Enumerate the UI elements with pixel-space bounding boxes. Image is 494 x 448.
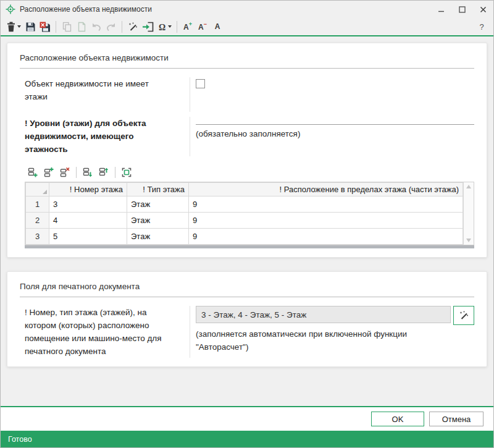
print-floors-field: (заполняется автоматически при включенно…	[190, 306, 474, 358]
status-text: Готово	[8, 435, 32, 444]
horizontal-scrollbar[interactable]	[25, 245, 474, 248]
levels-label: ! Уровни (этажи) для объекта недвижимост…	[25, 117, 190, 156]
omega-icon: Ω	[157, 22, 167, 32]
floor-number-cell[interactable]: 3	[49, 197, 127, 213]
copy-button[interactable]	[59, 19, 74, 34]
autofill-button[interactable]	[125, 19, 140, 34]
floor-type-cell[interactable]: Этаж	[127, 197, 189, 213]
delete-row-icon	[59, 167, 70, 178]
paste-button[interactable]	[74, 19, 89, 34]
ok-button[interactable]: OK	[371, 412, 424, 426]
save-button[interactable]	[23, 19, 38, 34]
corner-triangle-icon	[43, 190, 47, 194]
main-toolbar: Ω A+ A− A ?	[1, 18, 493, 35]
no-floors-field	[190, 77, 474, 112]
table-row[interactable]: 3 5 Этаж 9	[26, 229, 463, 245]
autocalc-button[interactable]	[453, 306, 474, 325]
transfer-arrow-icon	[142, 22, 154, 32]
grid-toolbar-separator	[115, 167, 115, 178]
move-row-up-button[interactable]	[96, 165, 112, 180]
floor-number-cell[interactable]: 5	[49, 229, 127, 245]
cancel-button[interactable]: Отмена	[429, 412, 484, 426]
move-row-down-icon	[82, 167, 93, 178]
location-panel: Расположение объекта недвижимости Объект…	[7, 43, 487, 258]
floor-type-cell[interactable]: Этаж	[127, 213, 189, 229]
dialog-window: Расположение объекта недвижимости	[0, 0, 494, 448]
row-number-cell[interactable]: 3	[26, 229, 49, 245]
toolbar-separator	[177, 21, 177, 33]
move-row-up-icon	[98, 167, 109, 178]
status-bar: Готово	[1, 431, 493, 447]
help-button[interactable]: ?	[475, 22, 488, 32]
table-header-row: ! Номер этажа ! Тип этажа ! Расположение…	[26, 183, 463, 197]
floor-location-cell[interactable]: 9	[189, 197, 463, 213]
scroll-down-icon[interactable]	[466, 239, 471, 242]
floor-location-cell[interactable]: 9	[189, 213, 463, 229]
table-row[interactable]: 1 3 Этаж 9	[26, 197, 463, 213]
table-corner-cell[interactable]	[26, 183, 49, 197]
insert-row-button[interactable]	[41, 165, 57, 180]
row-number-cell[interactable]: 2	[26, 213, 49, 229]
font-decrease-icon: A−	[198, 22, 207, 31]
floor-location-cell[interactable]: 9	[189, 229, 463, 245]
magic-wand-icon	[128, 22, 138, 32]
toolbar-separator	[122, 21, 122, 33]
undo-button[interactable]	[89, 19, 104, 34]
transfer-button[interactable]	[140, 19, 156, 34]
floors-table: ! Номер этажа ! Тип этажа ! Расположение…	[25, 182, 463, 245]
redo-icon	[106, 22, 117, 32]
insert-row-icon	[43, 167, 54, 178]
undo-icon	[91, 22, 102, 32]
close-button[interactable]	[472, 1, 493, 18]
column-header-floor-type[interactable]: ! Тип этажа	[127, 183, 189, 197]
add-row-button[interactable]	[25, 165, 41, 180]
trash-dropdown-caret	[17, 25, 21, 28]
floppy-close-icon	[40, 22, 51, 32]
dialog-content: Расположение объекта недвижимости Объект…	[1, 36, 493, 406]
font-decrease-button[interactable]: A−	[195, 19, 210, 34]
symbols-button[interactable]: Ω	[156, 19, 174, 34]
floor-number-cell[interactable]: 4	[49, 213, 127, 229]
toolbar-separator	[56, 21, 56, 33]
column-header-floor-location[interactable]: ! Расположение в пределах этажа (части э…	[189, 183, 463, 197]
location-section-title: Расположение объекта недвижимости	[20, 53, 474, 62]
print-floors-row: ! Номер, тип этажа (этажей), на котором …	[25, 306, 474, 358]
vertical-scrollbar[interactable]	[463, 182, 474, 245]
grid-toolbar-separator	[76, 167, 77, 178]
floor-type-cell[interactable]: Этаж	[127, 229, 189, 245]
close-icon	[480, 6, 487, 13]
trash-icon	[6, 22, 16, 32]
redo-button[interactable]	[104, 19, 119, 34]
table-row[interactable]: 2 4 Этаж 9	[26, 213, 463, 229]
no-floors-label: Объект недвижимости не имеет этажи	[25, 77, 190, 112]
print-floors-input-row	[196, 306, 474, 325]
scroll-up-icon[interactable]	[466, 185, 471, 188]
levels-empty-input[interactable]	[196, 117, 474, 125]
font-increase-button[interactable]: A+	[180, 19, 195, 34]
add-row-icon	[27, 167, 38, 178]
expand-grid-button[interactable]	[119, 165, 135, 180]
expand-grid-icon	[121, 167, 132, 178]
titlebar: Расположение объекта недвижимости	[1, 1, 493, 18]
row-number-cell[interactable]: 1	[26, 197, 49, 213]
print-floors-input[interactable]	[196, 306, 451, 323]
font-reset-icon: A	[215, 23, 220, 30]
target-location-icon	[6, 4, 15, 14]
delete-object-button[interactable]	[4, 19, 23, 34]
column-header-floor-number[interactable]: ! Номер этажа	[49, 183, 127, 197]
print-floors-hint: (заполняется автоматически при включенно…	[196, 328, 443, 353]
levels-field: (обязательно заполняется)	[190, 117, 474, 156]
omega-dropdown-caret	[168, 25, 172, 28]
maximize-icon	[459, 6, 466, 13]
move-row-down-button[interactable]	[80, 165, 96, 180]
font-increase-icon: A+	[183, 22, 192, 31]
no-floors-checkbox[interactable]	[196, 79, 205, 88]
minimize-button[interactable]	[430, 1, 451, 18]
font-reset-button[interactable]: A	[210, 19, 225, 34]
save-close-button[interactable]	[38, 19, 52, 34]
maximize-button[interactable]	[451, 1, 472, 18]
paste-icon	[77, 22, 87, 32]
print-section-title: Поля для печатного документа	[20, 282, 474, 291]
delete-row-button[interactable]	[57, 165, 73, 180]
floors-grid: ! Номер этажа ! Тип этажа ! Расположение…	[25, 182, 474, 245]
